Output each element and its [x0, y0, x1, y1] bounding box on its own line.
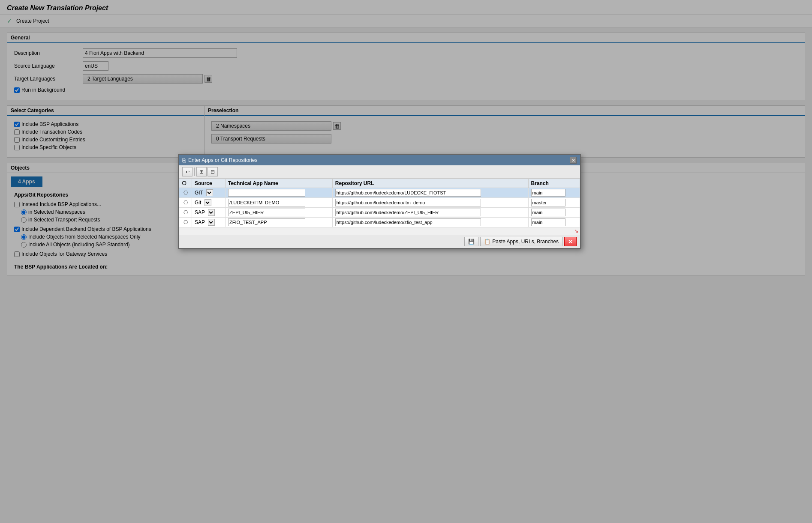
repository-url-input[interactable] — [335, 209, 481, 216]
technical-app-name-input[interactable] — [228, 199, 305, 206]
modal-close-button[interactable]: ✕ — [570, 157, 577, 164]
branch-input[interactable] — [531, 199, 565, 206]
delete-row-button[interactable]: ⊟ — [208, 167, 218, 176]
col-header-icon: ⎔ — [179, 179, 192, 188]
modal-table-head: ⎔ Source Technical App Name Repository U… — [179, 179, 580, 188]
copy-row-icon: ⊞ — [199, 169, 204, 175]
modal-title-text: Enter Apps or Git Repositories — [188, 157, 257, 163]
repository-url-cell[interactable] — [332, 188, 528, 198]
undo-button[interactable]: ↩ — [182, 167, 192, 176]
modal-dialog: ⎘ Enter Apps or Git Repositories ✕ ↩ ⊞ ⊟ — [178, 154, 581, 249]
modal-footer: 💾 📋 Paste Apps, URLs, Branches ✕ — [179, 235, 580, 248]
technical-app-name-input[interactable] — [228, 209, 305, 216]
source-dropdown[interactable]: GITGitSAP — [206, 189, 213, 196]
undo-icon: ↩ — [186, 169, 189, 175]
branch-input[interactable] — [531, 209, 565, 216]
modal-titlebar: ⎘ Enter Apps or Git Repositories ✕ — [179, 155, 580, 165]
branch-cell[interactable] — [528, 198, 580, 208]
repository-url-input[interactable] — [335, 199, 481, 206]
table-row[interactable]: ⎔SAP GITGitSAP — [179, 208, 580, 218]
paste-apps-button[interactable]: 📋 Paste Apps, URLs, Branches — [480, 237, 562, 246]
modal-toolbar: ↩ ⊞ ⊟ — [179, 165, 580, 179]
source-cell[interactable]: SAP GITGitSAP — [192, 208, 226, 218]
modal-table-body: ⎔GIT GITGitSAP⎔Git GITGitSAP⎔SAP GITGitS… — [179, 188, 580, 227]
branch-cell[interactable] — [528, 218, 580, 227]
modal-title-left: ⎘ Enter Apps or Git Repositories — [182, 157, 257, 164]
cancel-button[interactable]: ✕ — [564, 237, 577, 246]
repository-url-cell[interactable] — [332, 198, 528, 208]
branch-input[interactable] — [531, 218, 565, 226]
table-header-row: ⎔ Source Technical App Name Repository U… — [179, 179, 580, 188]
cancel-icon: ✕ — [568, 239, 573, 245]
modal-icon: ⎘ — [182, 157, 186, 164]
scroll-indicator: ↘ — [179, 227, 580, 235]
col-header-branch: Branch — [528, 179, 580, 188]
source-value: GIT — [195, 190, 203, 196]
row-icon-cell: ⎔ — [179, 208, 192, 218]
save-icon: 💾 — [468, 239, 475, 245]
modal-table-wrapper: ⎔ Source Technical App Name Repository U… — [179, 179, 580, 227]
repository-url-input[interactable] — [335, 189, 481, 197]
technical-app-name-cell[interactable] — [226, 208, 333, 218]
technical-app-name-cell[interactable] — [226, 218, 333, 227]
modal-overlay — [0, 0, 812, 523]
branch-input[interactable] — [531, 189, 565, 197]
source-dropdown[interactable]: GITGitSAP — [208, 219, 215, 226]
repository-url-input[interactable] — [335, 218, 481, 226]
branch-cell[interactable] — [528, 208, 580, 218]
paste-label: Paste Apps, URLs, Branches — [492, 239, 559, 245]
source-value: SAP — [195, 209, 205, 215]
delete-row-icon: ⊟ — [211, 169, 215, 175]
technical-app-name-cell[interactable] — [226, 198, 333, 208]
source-cell[interactable]: GIT GITGitSAP — [192, 188, 226, 198]
repository-url-cell[interactable] — [332, 218, 528, 227]
row-icon-cell: ⎔ — [179, 218, 192, 227]
col-header-source: Source — [192, 179, 226, 188]
source-value: Git — [195, 200, 201, 206]
source-value: SAP — [195, 219, 205, 225]
col-header-technical-app-name: Technical App Name — [226, 179, 333, 188]
col-header-repository-url: Repository URL — [332, 179, 528, 188]
source-cell[interactable]: Git GITGitSAP — [192, 198, 226, 208]
modal-table: ⎔ Source Technical App Name Repository U… — [179, 179, 580, 227]
source-cell[interactable]: SAP GITGitSAP — [192, 218, 226, 227]
table-row[interactable]: ⎔GIT GITGitSAP — [179, 188, 580, 198]
row-icon-cell: ⎔ — [179, 188, 192, 198]
copy-row-button[interactable]: ⊞ — [196, 167, 207, 176]
page-wrapper: Create New Translation Project ✓ Create … — [0, 0, 812, 523]
repository-url-cell[interactable] — [332, 208, 528, 218]
source-dropdown[interactable]: GITGitSAP — [208, 209, 215, 216]
technical-app-name-input[interactable] — [228, 189, 305, 197]
save-button[interactable]: 💾 — [464, 237, 478, 246]
table-row[interactable]: ⎔Git GITGitSAP — [179, 198, 580, 208]
table-row[interactable]: ⎔SAP GITGitSAP — [179, 218, 580, 227]
source-dropdown[interactable]: GITGitSAP — [205, 199, 211, 206]
toolbar-sep-1 — [194, 167, 195, 176]
technical-app-name-cell[interactable] — [226, 188, 333, 198]
branch-cell[interactable] — [528, 188, 580, 198]
row-icon-cell: ⎔ — [179, 198, 192, 208]
paste-icon: 📋 — [484, 239, 490, 245]
technical-app-name-input[interactable] — [228, 218, 305, 226]
